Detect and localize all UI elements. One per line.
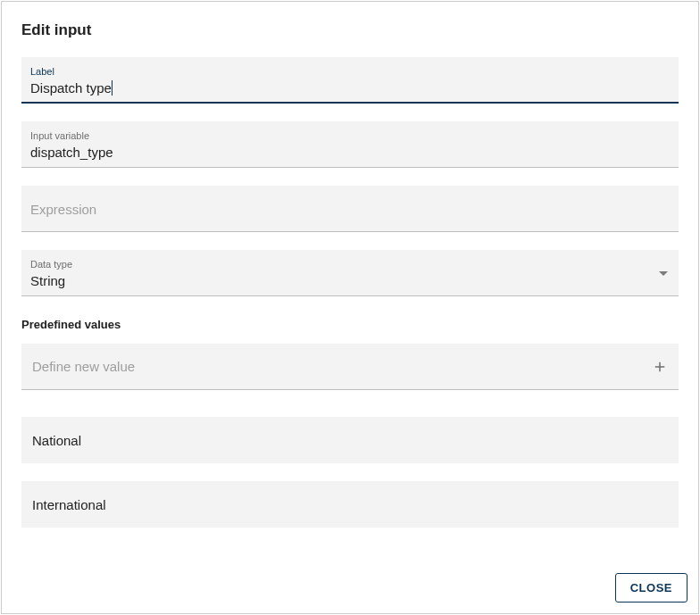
expression-field[interactable]: Expression xyxy=(21,186,679,232)
edit-input-dialog: Edit input Label Dispatch type Input var… xyxy=(1,1,699,614)
text-caret xyxy=(112,80,112,96)
label-field-label: Label xyxy=(30,65,670,78)
predefined-value-label: National xyxy=(32,433,81,448)
input-variable-label: Input variable xyxy=(30,129,670,142)
plus-icon[interactable] xyxy=(652,359,668,375)
input-variable-field[interactable]: Input variable dispatch_type xyxy=(21,121,679,168)
data-type-value: String xyxy=(30,272,670,290)
expression-placeholder: Expression xyxy=(30,202,670,217)
predefined-value-label: International xyxy=(32,497,106,512)
data-type-label: Data type xyxy=(30,258,670,270)
dialog-footer: CLOSE xyxy=(615,573,688,603)
dialog-title: Edit input xyxy=(21,21,679,39)
label-field[interactable]: Label Dispatch type xyxy=(21,57,679,104)
close-button[interactable]: CLOSE xyxy=(615,573,688,603)
predefined-value-row[interactable]: National xyxy=(21,417,679,463)
define-new-value-placeholder: Define new value xyxy=(32,359,135,374)
predefined-values-heading: Predefined values xyxy=(21,318,679,331)
chevron-down-icon xyxy=(659,271,668,276)
define-new-value-input[interactable]: Define new value xyxy=(21,344,679,390)
label-field-value: Dispatch type xyxy=(30,79,670,97)
data-type-select[interactable]: Data type String xyxy=(21,250,679,296)
predefined-value-row[interactable]: International xyxy=(21,481,679,528)
input-variable-value: dispatch_type xyxy=(30,144,670,162)
